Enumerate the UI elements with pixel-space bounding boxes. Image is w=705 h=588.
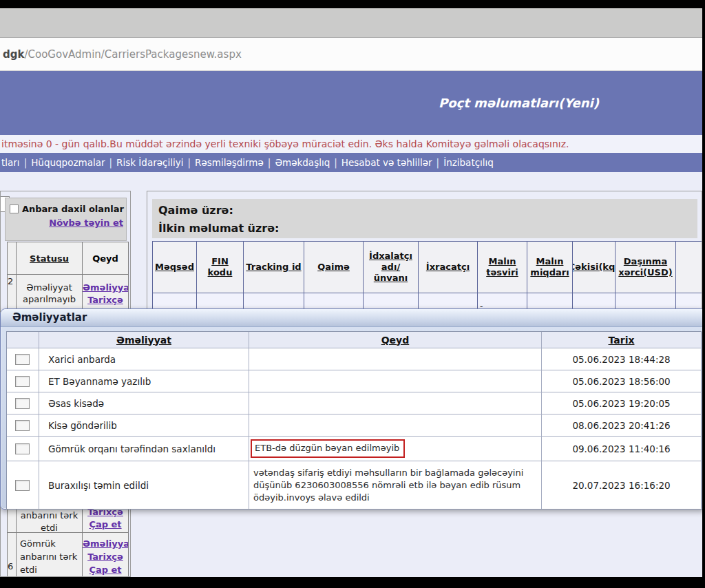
operation-note: ETB-də düzgün bəyan edilməyib: [249, 437, 542, 461]
page-header-banner: Poçt məlumatları(Yeni): [0, 71, 702, 135]
row-checkbox[interactable]: [15, 420, 30, 431]
row-links: Əməliyyat Tarixçə: [83, 275, 128, 313]
operation-note: [249, 370, 542, 392]
queue-assign-link[interactable]: Növbə təyin et: [49, 218, 123, 228]
page-title: Poçt məlumatları(Yeni): [439, 96, 599, 110]
row-checkbox[interactable]: [15, 376, 30, 387]
warehouse-filter-label: Anbara daxil olanlar: [22, 204, 124, 214]
packages-table-header: Məqsəd FIN kodu Tracking id Qaimə İdxala…: [153, 242, 702, 293]
status-column-header[interactable]: Statusu: [17, 242, 83, 274]
operation-name: ET Bəyannamə yazılıb: [39, 370, 249, 392]
status-table-header: Statusu Qeyd: [8, 242, 128, 275]
operation-link[interactable]: Əməliyyat: [83, 282, 128, 294]
operation-note: [249, 348, 542, 370]
nav-separator: |: [330, 157, 341, 168]
warehouse-filter-checkbox[interactable]: [10, 204, 19, 213]
operation-link[interactable]: Əməliyyat: [83, 537, 128, 550]
address-bar[interactable]: dgk/CooGovAdmin/CarriersPackagesnew.aspx: [0, 38, 702, 71]
col-header-tracking-id[interactable]: Tracking id: [244, 242, 304, 293]
col-header-malin-miqdari[interactable]: Malın miqdarı: [527, 242, 573, 293]
operation-note: [249, 414, 542, 436]
operation-date: 05.06.2023 18:56:00: [542, 370, 701, 392]
operation-row: ET Bəyannamə yazılıb 05.06.2023 18:56:00: [7, 370, 701, 392]
note-column-header: Qeyd: [83, 242, 128, 274]
table-row: 6 Gömrük anbarını tərk etdi Əməliyyat Ta…: [8, 533, 128, 577]
operation-date: 08.06.2023 20:41:26: [542, 414, 701, 436]
content-area: Anbara daxil olanlar Növbə təyin et Stat…: [0, 172, 702, 577]
row-links: Əməliyyat Tarixçə Çap et: [83, 533, 128, 577]
history-link[interactable]: Tarixçə: [83, 294, 128, 306]
operation-name: Xarici anbarda: [39, 348, 249, 370]
subtitle-ilkin-melumat: İlkin məlumat üzrə:: [158, 220, 697, 238]
col-header-cekisi[interactable]: Çəkisi(kq): [573, 242, 615, 293]
warehouse-filter-box: Anbara daxil olanlar Növbə təyin et: [5, 198, 127, 241]
history-link[interactable]: Tarixçə: [83, 550, 128, 563]
subtitle-qaime: Qaimə üzrə:: [158, 202, 697, 220]
highlighted-note: ETB-də düzgün bəyan edilməyib: [255, 443, 399, 453]
nav-item-huquqpozmalar[interactable]: Hüquqpozmalar: [31, 157, 105, 168]
operation-column-header[interactable]: Əməliyyat: [39, 332, 249, 348]
row-status: Gömrük anbarını tərk etdi: [17, 533, 83, 577]
col-header-dasinma-xerci[interactable]: Daşınma xərci(USD): [615, 242, 676, 293]
nav-separator: |: [183, 157, 195, 168]
url-host-fragment: dgk: [3, 48, 24, 61]
operation-row: Əsas kisədə 05.06.2023 19:20:05: [7, 392, 701, 414]
operation-row: Buraxılışı təmin edildi vətəndaş sifariş…: [7, 461, 701, 509]
col-header-cropped: [676, 242, 702, 293]
col-header-meqsed[interactable]: Məqsəd: [153, 242, 197, 293]
operation-name: Buraxılışı təmin edildi: [39, 461, 249, 509]
dialog-title[interactable]: Əməliyyatlar: [1, 309, 702, 327]
operation-name: Gömrük orqanı tərəfindən saxlanıldı: [39, 437, 249, 461]
col-header-malin-tesviri[interactable]: Malın təsviri: [478, 242, 527, 293]
main-nav: tları|Hüquqpozmalar|Risk İdarəçiliyi|Rəs…: [0, 153, 702, 172]
nav-item-emekdasliq[interactable]: Əməkdaşlıq: [275, 157, 330, 168]
row-checkbox[interactable]: [15, 354, 30, 365]
table-row: 2 Əməliyyat aparılmayıb Əməliyyat Tarixç…: [8, 275, 128, 313]
nav-item-melumatlar[interactable]: tları: [1, 157, 20, 168]
operations-table-header: Əməliyyat Qeyd Tarix: [7, 332, 701, 348]
operations-table: Əməliyyat Qeyd Tarix Xarici anbarda 05.0…: [6, 331, 702, 510]
print-link[interactable]: Çap et: [83, 563, 128, 576]
row-checkbox[interactable]: [15, 398, 30, 409]
col-header-ixracatci[interactable]: İxracatçı: [419, 242, 478, 293]
col-header-qaime[interactable]: Qaimə: [304, 242, 364, 293]
browser-chrome-bar: [0, 8, 702, 38]
packages-table: Məqsəd FIN kodu Tracking id Qaimə İdxala…: [152, 241, 702, 312]
operation-note: vətəndaş sifariş etdiyi məhsulların bir …: [249, 461, 542, 509]
operation-row: Gömrük orqanı tərəfindən saxlanıldı ETB-…: [7, 437, 701, 461]
note-column-header[interactable]: Qeyd: [249, 332, 542, 348]
url-path: /CooGovAdmin/CarriersPackagesnew.aspx: [24, 48, 241, 61]
row-checkbox[interactable]: [15, 480, 30, 491]
nav-item-hesabat[interactable]: Hesabat və təhlillər: [341, 157, 432, 168]
nav-item-resmilesdirme[interactable]: Rəsmiləşdirmə: [195, 157, 264, 168]
warning-text: itməsinə 0 - gün qalıb.Bu müddət ərzində…: [1, 138, 569, 149]
print-link[interactable]: Çap et: [83, 518, 128, 531]
operation-note: [249, 392, 542, 414]
nav-item-inzibatciliq[interactable]: İnzibatçılıq: [443, 157, 494, 168]
operation-date: 09.06.2023 11:40:16: [542, 437, 701, 461]
packages-panel-header: Qaimə üzrə: İlkin məlumat üzrə:: [152, 199, 697, 238]
operation-date: 20.07.2023 16:16:20: [542, 461, 701, 509]
operation-name: Əsas kisədə: [39, 392, 249, 414]
nav-separator: |: [432, 157, 444, 168]
date-column-header[interactable]: Tarix: [542, 332, 701, 348]
nav-separator: |: [20, 157, 32, 168]
browser-viewport: dgk/CooGovAdmin/CarriersPackagesnew.aspx…: [0, 8, 702, 577]
warning-bar: itməsinə 0 - gün qalıb.Bu müddət ərzində…: [0, 135, 702, 153]
checkbox-column-header: [7, 332, 39, 348]
operation-row: Xarici anbarda 05.06.2023 18:44:28: [7, 348, 701, 370]
operation-row: Kisə göndərilib 08.06.2023 20:41:26: [7, 414, 701, 437]
nav-separator: |: [105, 157, 117, 168]
row-number-header: [8, 242, 17, 274]
row-status: Əməliyyat aparılmayıb: [17, 275, 83, 313]
nav-separator: |: [264, 157, 275, 168]
red-annotation-box: ETB-də düzgün bəyan edilməyib: [251, 439, 405, 458]
nav-item-risk-idareciliyi[interactable]: Risk İdarəçiliyi: [116, 157, 183, 168]
operation-name: Kisə göndərilib: [39, 414, 249, 436]
row-checkbox[interactable]: [15, 443, 30, 454]
operation-date: 05.06.2023 19:20:05: [542, 392, 701, 414]
row-number: 2: [8, 275, 17, 313]
col-header-fin-kodu[interactable]: FIN kodu: [197, 242, 244, 293]
col-header-idxalatci[interactable]: İdxalatçı adı/ ünvanı: [364, 242, 419, 293]
operations-dialog: Əməliyyatlar Əməliyyat Qeyd Tarix Xarici…: [0, 308, 702, 510]
